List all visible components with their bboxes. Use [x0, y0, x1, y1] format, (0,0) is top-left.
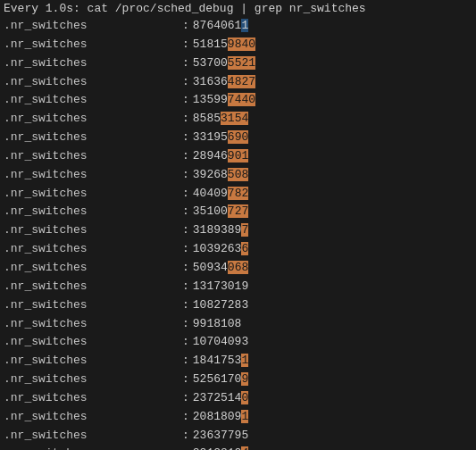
row-colon: :	[182, 241, 189, 258]
row-label: .nr_switches	[4, 297, 182, 314]
header-text: Every 1.0s: cat /proc/sched_debug | grep…	[4, 2, 366, 15]
row-label: .nr_switches	[4, 316, 182, 333]
row-value: 52561709	[193, 371, 248, 388]
row-label: .nr_switches	[4, 129, 182, 146]
value-highlighted: 690	[228, 130, 248, 144]
value-plain: 53700	[193, 56, 228, 70]
table-row: .nr_switches: 23637795	[0, 427, 476, 446]
value-highlighted: 1	[241, 19, 248, 32]
rows-container: .nr_switches: 87640611.nr_switches: 5181…	[0, 17, 476, 450]
row-colon: :	[182, 37, 189, 54]
value-plain: 2372514	[193, 391, 242, 404]
value-highlighted: 727	[228, 204, 248, 218]
row-value: 23725140	[193, 390, 248, 407]
value-plain: 33195	[193, 130, 228, 144]
value-plain: 31636	[193, 75, 228, 88]
value-highlighted: 3154	[221, 112, 248, 125]
table-row: .nr_switches: 40409782	[0, 185, 476, 204]
row-colon: :	[182, 279, 189, 296]
row-value: 40409782	[193, 186, 248, 203]
row-label: .nr_switches	[4, 74, 182, 91]
row-colon: :	[182, 186, 189, 203]
row-label: .nr_switches	[4, 167, 182, 184]
value-plain: 39268	[193, 168, 228, 181]
row-label: .nr_switches	[4, 353, 182, 370]
value-plain: 40409	[193, 187, 228, 200]
table-row: .nr_switches: 20818091	[0, 408, 476, 427]
table-row: .nr_switches: 87640611	[0, 17, 476, 36]
row-value: 87640611	[193, 18, 248, 35]
row-value: 20818091	[193, 409, 248, 426]
row-value: 10704093	[193, 334, 248, 351]
row-value: 316364827	[193, 74, 255, 91]
row-value: 35100727	[193, 204, 248, 221]
row-colon: :	[182, 111, 189, 128]
table-row: .nr_switches: 537005521	[0, 54, 476, 73]
row-value: 10392636	[193, 241, 248, 258]
value-plain: 2081809	[193, 410, 242, 423]
row-value: 85853154	[193, 111, 248, 128]
table-row: .nr_switches: 33195690	[0, 129, 476, 147]
row-label: .nr_switches	[4, 111, 182, 128]
table-row: .nr_switches: 31893897	[0, 221, 476, 240]
value-plain: 10704093	[193, 335, 248, 348]
row-value: 10827283	[193, 297, 248, 314]
value-highlighted: 6	[241, 242, 248, 255]
table-row: .nr_switches: 13173019	[0, 278, 476, 296]
value-plain: 1841753	[193, 354, 242, 367]
row-label: .nr_switches	[4, 334, 182, 351]
row-label: .nr_switches	[4, 260, 182, 277]
value-highlighted: 4827	[228, 75, 255, 88]
row-label: .nr_switches	[4, 222, 182, 239]
table-row: .nr_switches: 10704093	[0, 333, 476, 352]
row-colon: :	[182, 428, 189, 445]
value-plain: 28946	[193, 149, 228, 162]
row-colon: :	[182, 297, 189, 314]
value-highlighted: 7440	[228, 93, 255, 106]
value-plain: 8764061	[193, 19, 242, 32]
value-highlighted: 1	[241, 354, 248, 367]
value-plain: 10827283	[193, 298, 248, 312]
table-row: .nr_switches: 52561709	[0, 371, 476, 389]
row-label: .nr_switches	[4, 241, 182, 258]
row-colon: :	[182, 316, 189, 333]
table-row: .nr_switches: 9918108	[0, 315, 476, 334]
value-plain: 8585	[193, 112, 221, 125]
header-line: Every 1.0s: cat /proc/sched_debug | grep…	[0, 0, 476, 17]
row-value: 13173019	[193, 279, 248, 296]
row-colon: :	[182, 334, 189, 351]
table-row: .nr_switches: 85853154	[0, 110, 476, 129]
row-colon: :	[182, 353, 189, 370]
row-label: .nr_switches	[4, 148, 182, 165]
row-colon: :	[182, 148, 189, 165]
table-row: .nr_switches: 50934068	[0, 259, 476, 278]
row-colon: :	[182, 74, 189, 91]
value-highlighted: 901	[228, 149, 248, 162]
value-plain: 13173019	[193, 279, 248, 293]
row-label: .nr_switches	[4, 371, 182, 388]
value-plain: 2313812	[193, 446, 242, 450]
value-plain: 35100	[193, 204, 228, 218]
row-value: 18417531	[193, 353, 248, 370]
value-plain: 23637795	[193, 429, 248, 442]
row-value: 23138124	[193, 446, 248, 450]
row-value: 39268508	[193, 167, 248, 184]
value-highlighted: 5521	[228, 56, 255, 70]
row-value: 135997440	[193, 92, 255, 109]
row-label: .nr_switches	[4, 409, 182, 426]
table-row: .nr_switches: 23725140	[0, 389, 476, 408]
row-label: .nr_switches	[4, 428, 182, 445]
value-plain: 5256170	[193, 372, 242, 386]
table-row: .nr_switches: 35100727	[0, 203, 476, 221]
row-colon: :	[182, 204, 189, 221]
table-row: .nr_switches: 28946901	[0, 147, 476, 166]
row-colon: :	[182, 390, 189, 407]
row-colon: :	[182, 129, 189, 146]
row-colon: :	[182, 167, 189, 184]
terminal-window: Every 1.0s: cat /proc/sched_debug | grep…	[0, 0, 476, 450]
row-value: 31893897	[193, 222, 248, 239]
value-highlighted: 4	[241, 446, 248, 450]
row-label: .nr_switches	[4, 446, 182, 450]
row-colon: :	[182, 446, 189, 450]
value-highlighted: 508	[228, 168, 248, 181]
